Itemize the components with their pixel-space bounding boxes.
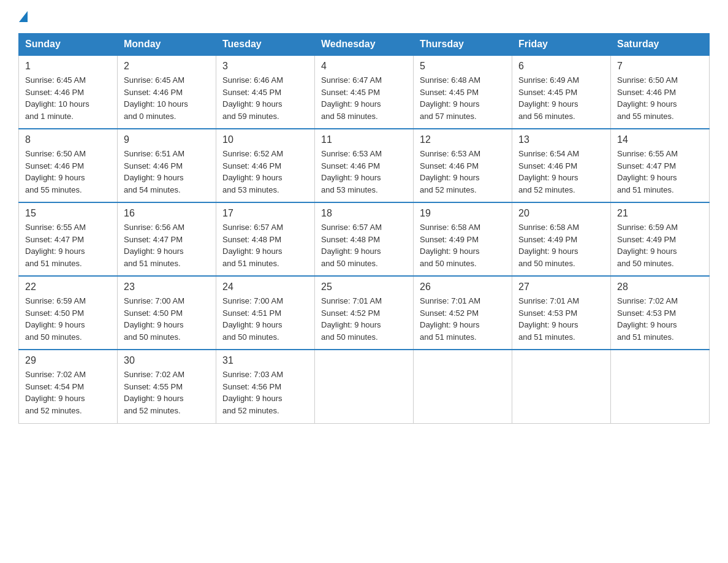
day-info: Sunrise: 7:03 AMSunset: 4:56 PMDaylight:… — [222, 369, 308, 416]
week-row-4: 22Sunrise: 6:59 AMSunset: 4:50 PMDayligh… — [19, 276, 710, 350]
day-number: 10 — [222, 134, 308, 145]
day-number: 28 — [617, 282, 703, 293]
day-number: 27 — [518, 282, 604, 293]
day-info: Sunrise: 6:45 AMSunset: 4:46 PMDaylight:… — [124, 74, 210, 122]
header-cell-monday: Monday — [118, 34, 216, 56]
day-info: Sunrise: 6:58 AMSunset: 4:49 PMDaylight:… — [420, 221, 506, 269]
day-number: 2 — [124, 61, 210, 72]
day-info: Sunrise: 7:01 AMSunset: 4:52 PMDaylight:… — [321, 295, 407, 343]
calendar-cell: 25Sunrise: 7:01 AMSunset: 4:52 PMDayligh… — [315, 276, 414, 350]
calendar-cell: 1Sunrise: 6:45 AMSunset: 4:46 PMDaylight… — [19, 55, 118, 129]
day-info: Sunrise: 6:49 AMSunset: 4:45 PMDaylight:… — [518, 74, 604, 122]
calendar-cell: 24Sunrise: 7:00 AMSunset: 4:51 PMDayligh… — [216, 276, 315, 350]
calendar-table: SundayMondayTuesdayWednesdayThursdayFrid… — [18, 33, 710, 424]
day-number: 26 — [420, 282, 506, 293]
calendar-cell: 4Sunrise: 6:47 AMSunset: 4:45 PMDaylight… — [315, 55, 414, 129]
day-info: Sunrise: 6:47 AMSunset: 4:45 PMDaylight:… — [321, 74, 407, 122]
day-number: 9 — [124, 134, 210, 145]
week-row-5: 29Sunrise: 7:02 AMSunset: 4:54 PMDayligh… — [19, 350, 710, 423]
calendar-body: 1Sunrise: 6:45 AMSunset: 4:46 PMDaylight… — [19, 55, 710, 423]
day-info: Sunrise: 7:00 AMSunset: 4:50 PMDaylight:… — [124, 295, 210, 343]
logo — [18, 12, 28, 23]
calendar-cell: 3Sunrise: 6:46 AMSunset: 4:45 PMDaylight… — [216, 55, 315, 129]
page-header — [18, 12, 710, 23]
day-number: 30 — [124, 355, 210, 366]
calendar-cell: 14Sunrise: 6:55 AMSunset: 4:47 PMDayligh… — [611, 129, 710, 202]
day-number: 23 — [124, 282, 210, 293]
day-info: Sunrise: 6:59 AMSunset: 4:50 PMDaylight:… — [25, 295, 111, 343]
calendar-cell: 29Sunrise: 7:02 AMSunset: 4:54 PMDayligh… — [19, 350, 118, 423]
calendar-cell — [315, 350, 414, 423]
calendar-header: SundayMondayTuesdayWednesdayThursdayFrid… — [19, 34, 710, 56]
calendar-cell: 31Sunrise: 7:03 AMSunset: 4:56 PMDayligh… — [216, 350, 315, 423]
calendar-cell: 6Sunrise: 6:49 AMSunset: 4:45 PMDaylight… — [512, 55, 611, 129]
calendar-cell — [414, 350, 512, 423]
day-info: Sunrise: 6:56 AMSunset: 4:47 PMDaylight:… — [124, 221, 210, 269]
day-number: 5 — [420, 61, 506, 72]
day-info: Sunrise: 6:53 AMSunset: 4:46 PMDaylight:… — [420, 148, 506, 196]
day-info: Sunrise: 6:48 AMSunset: 4:45 PMDaylight:… — [420, 74, 506, 122]
calendar-cell — [611, 350, 710, 423]
calendar-cell: 15Sunrise: 6:55 AMSunset: 4:47 PMDayligh… — [19, 202, 118, 276]
day-number: 24 — [222, 282, 308, 293]
day-info: Sunrise: 6:51 AMSunset: 4:46 PMDaylight:… — [124, 148, 210, 196]
day-number: 4 — [321, 61, 407, 72]
day-number: 29 — [25, 355, 111, 366]
day-number: 17 — [222, 208, 308, 219]
calendar-cell: 19Sunrise: 6:58 AMSunset: 4:49 PMDayligh… — [414, 202, 512, 276]
day-info: Sunrise: 6:50 AMSunset: 4:46 PMDaylight:… — [617, 74, 703, 122]
day-number: 19 — [420, 208, 506, 219]
day-number: 11 — [321, 134, 407, 145]
day-info: Sunrise: 6:58 AMSunset: 4:49 PMDaylight:… — [518, 221, 604, 269]
calendar-cell: 5Sunrise: 6:48 AMSunset: 4:45 PMDaylight… — [414, 55, 512, 129]
day-number: 14 — [617, 134, 703, 145]
calendar-cell: 26Sunrise: 7:01 AMSunset: 4:52 PMDayligh… — [414, 276, 512, 350]
day-number: 13 — [518, 134, 604, 145]
day-info: Sunrise: 6:59 AMSunset: 4:49 PMDaylight:… — [617, 221, 703, 269]
day-number: 18 — [321, 208, 407, 219]
calendar-cell: 10Sunrise: 6:52 AMSunset: 4:46 PMDayligh… — [216, 129, 315, 202]
calendar-cell: 20Sunrise: 6:58 AMSunset: 4:49 PMDayligh… — [512, 202, 611, 276]
calendar-cell: 11Sunrise: 6:53 AMSunset: 4:46 PMDayligh… — [315, 129, 414, 202]
header-row: SundayMondayTuesdayWednesdayThursdayFrid… — [19, 34, 710, 56]
calendar-cell: 23Sunrise: 7:00 AMSunset: 4:50 PMDayligh… — [118, 276, 216, 350]
calendar-cell: 28Sunrise: 7:02 AMSunset: 4:53 PMDayligh… — [611, 276, 710, 350]
day-number: 20 — [518, 208, 604, 219]
day-info: Sunrise: 7:01 AMSunset: 4:53 PMDaylight:… — [518, 295, 604, 343]
calendar-cell: 18Sunrise: 6:57 AMSunset: 4:48 PMDayligh… — [315, 202, 414, 276]
day-info: Sunrise: 6:52 AMSunset: 4:46 PMDaylight:… — [222, 148, 308, 196]
calendar-cell: 30Sunrise: 7:02 AMSunset: 4:55 PMDayligh… — [118, 350, 216, 423]
day-info: Sunrise: 7:02 AMSunset: 4:54 PMDaylight:… — [25, 369, 111, 416]
calendar-cell: 27Sunrise: 7:01 AMSunset: 4:53 PMDayligh… — [512, 276, 611, 350]
day-info: Sunrise: 6:53 AMSunset: 4:46 PMDaylight:… — [321, 148, 407, 196]
day-number: 3 — [222, 61, 308, 72]
header-cell-thursday: Thursday — [414, 34, 512, 56]
day-number: 7 — [617, 61, 703, 72]
day-number: 15 — [25, 208, 111, 219]
day-info: Sunrise: 7:01 AMSunset: 4:52 PMDaylight:… — [420, 295, 506, 343]
day-number: 6 — [518, 61, 604, 72]
day-info: Sunrise: 7:02 AMSunset: 4:53 PMDaylight:… — [617, 295, 703, 343]
day-info: Sunrise: 7:02 AMSunset: 4:55 PMDaylight:… — [124, 369, 210, 416]
calendar-cell — [512, 350, 611, 423]
calendar-cell: 9Sunrise: 6:51 AMSunset: 4:46 PMDaylight… — [118, 129, 216, 202]
header-cell-tuesday: Tuesday — [216, 34, 315, 56]
day-info: Sunrise: 6:45 AMSunset: 4:46 PMDaylight:… — [25, 74, 111, 122]
day-number: 25 — [321, 282, 407, 293]
calendar-cell: 22Sunrise: 6:59 AMSunset: 4:50 PMDayligh… — [19, 276, 118, 350]
calendar-cell: 7Sunrise: 6:50 AMSunset: 4:46 PMDaylight… — [611, 55, 710, 129]
day-number: 8 — [25, 134, 111, 145]
day-number: 12 — [420, 134, 506, 145]
day-number: 16 — [124, 208, 210, 219]
header-cell-wednesday: Wednesday — [315, 34, 414, 56]
calendar-cell: 13Sunrise: 6:54 AMSunset: 4:46 PMDayligh… — [512, 129, 611, 202]
day-number: 21 — [617, 208, 703, 219]
week-row-3: 15Sunrise: 6:55 AMSunset: 4:47 PMDayligh… — [19, 202, 710, 276]
calendar-cell: 2Sunrise: 6:45 AMSunset: 4:46 PMDaylight… — [118, 55, 216, 129]
day-number: 22 — [25, 282, 111, 293]
calendar-cell: 16Sunrise: 6:56 AMSunset: 4:47 PMDayligh… — [118, 202, 216, 276]
day-number: 31 — [222, 355, 308, 366]
day-info: Sunrise: 6:55 AMSunset: 4:47 PMDaylight:… — [25, 221, 111, 269]
day-info: Sunrise: 6:57 AMSunset: 4:48 PMDaylight:… — [222, 221, 308, 269]
header-cell-saturday: Saturday — [611, 34, 710, 56]
